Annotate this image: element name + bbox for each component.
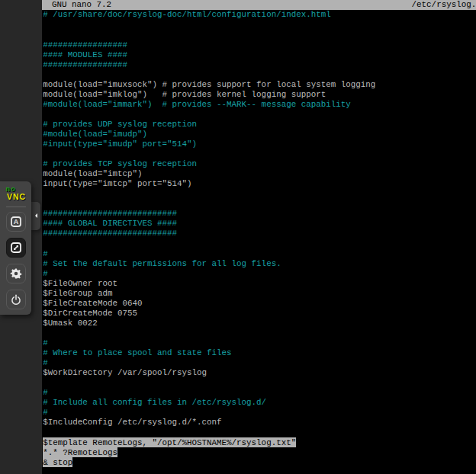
- svg-text:A: A: [13, 218, 18, 226]
